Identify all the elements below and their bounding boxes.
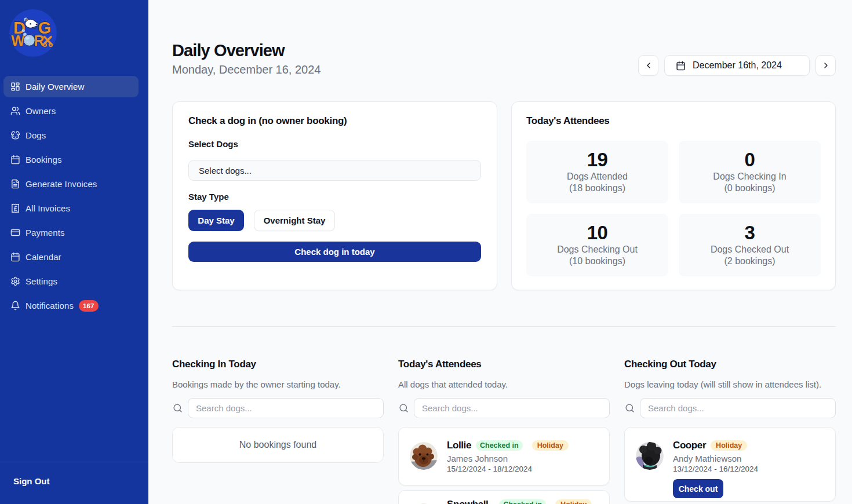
svg-text:R: R (34, 32, 44, 49)
svg-text:W: W (11, 32, 25, 49)
